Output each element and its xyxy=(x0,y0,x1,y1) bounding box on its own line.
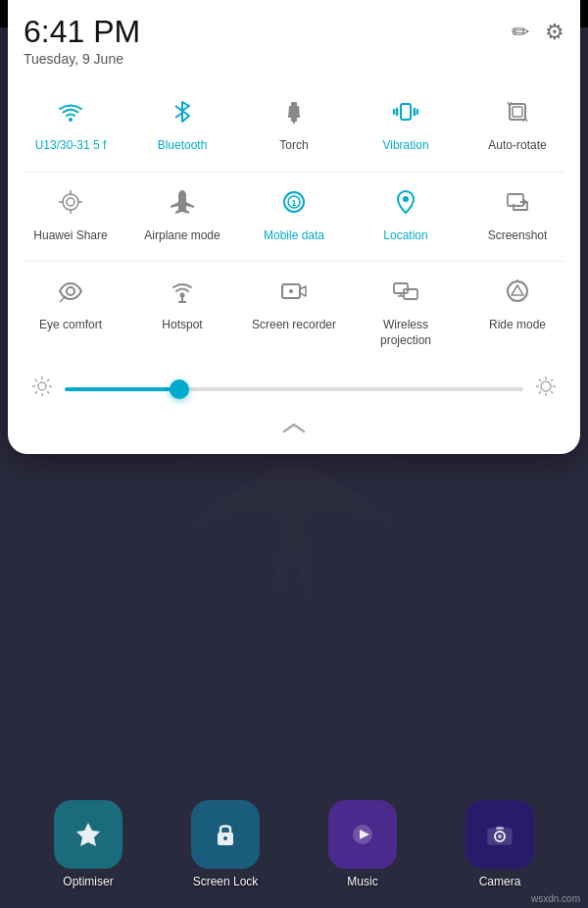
svg-point-18 xyxy=(63,194,78,210)
tile-huawei-share[interactable]: Huawei Share xyxy=(24,177,118,254)
svg-point-19 xyxy=(67,198,74,206)
tiles-row-2: Huawei Share Airplane mode 1 Mobile data xyxy=(24,177,564,254)
edit-button[interactable]: ✏ xyxy=(512,20,529,45)
settings-button[interactable]: ⚙ xyxy=(545,20,564,45)
mobile-data-tile-label: Mobile data xyxy=(264,228,324,244)
tile-ride-mode[interactable]: Ride mode xyxy=(470,266,564,358)
tile-auto-rotate[interactable]: Auto-rotate xyxy=(470,86,564,164)
svg-line-55 xyxy=(539,391,541,393)
svg-point-38 xyxy=(38,382,46,390)
tile-screen-recorder[interactable]: Screen recorder xyxy=(247,266,341,358)
music-icon xyxy=(328,800,397,869)
divider-2 xyxy=(24,261,564,262)
svg-line-46 xyxy=(35,391,37,393)
qs-time: 6:41 PM xyxy=(24,16,140,47)
vibration-tile-icon xyxy=(390,96,421,132)
wireless-projection-tile-label: Wireless projection xyxy=(363,318,449,348)
screen-recorder-tile-label: Screen recorder xyxy=(252,318,336,333)
torch-tile-icon xyxy=(278,96,310,132)
wifi-tile-icon xyxy=(55,96,86,132)
eye-comfort-tile-label: Eye comfort xyxy=(39,318,102,333)
tile-location[interactable]: Location xyxy=(359,177,453,254)
svg-point-36 xyxy=(508,281,527,301)
vibration-tile-label: Vibration xyxy=(382,138,428,154)
qs-header-actions: ✏ ⚙ xyxy=(512,16,564,45)
svg-rect-24 xyxy=(508,194,523,206)
svg-line-44 xyxy=(47,391,49,393)
svg-line-52 xyxy=(539,379,541,381)
app-screen-lock[interactable]: Screen Lock xyxy=(191,800,260,888)
eye-comfort-tile-icon xyxy=(55,276,86,312)
optimiser-label: Optimiser xyxy=(63,875,113,888)
tile-eye-comfort[interactable]: Eye comfort xyxy=(24,266,118,358)
screenshot-tile-icon xyxy=(502,186,533,223)
svg-line-26 xyxy=(60,296,66,302)
brightness-low-icon xyxy=(31,376,53,402)
tiles-row-1: U13/30-31 5 f Bluetooth xyxy=(24,86,564,164)
watermark: wsxdn.com xyxy=(531,893,580,904)
qs-date: Tuesday, 9 June xyxy=(24,51,140,67)
tile-wireless-projection[interactable]: Wireless projection xyxy=(359,266,453,358)
bluetooth-tile-icon xyxy=(167,96,198,132)
svg-rect-32 xyxy=(394,283,408,293)
quick-settings-panel: 6:41 PM Tuesday, 9 June ✏ ⚙ U13/30-31 5 … xyxy=(8,0,580,454)
app-optimiser[interactable]: Optimiser xyxy=(54,800,122,888)
mobile-data-tile-icon: 1 xyxy=(278,186,310,223)
divider-1 xyxy=(24,172,564,173)
svg-line-45 xyxy=(47,379,49,381)
airplane-tile-label: Airplane mode xyxy=(144,228,220,244)
qs-header: 6:41 PM Tuesday, 9 June ✏ ⚙ xyxy=(24,16,564,67)
tiles-row-3: Eye comfort Hotspot xyxy=(24,266,564,358)
svg-point-25 xyxy=(67,287,74,295)
wireless-projection-tile-icon xyxy=(390,276,421,312)
huawei-share-tile-icon xyxy=(55,186,86,223)
svg-rect-8 xyxy=(291,102,297,106)
camera-label: Camera xyxy=(479,875,521,888)
svg-point-31 xyxy=(289,289,293,293)
hotspot-tile-label: Hotspot xyxy=(162,318,202,333)
torch-tile-label: Torch xyxy=(279,138,308,154)
tile-torch[interactable]: Torch xyxy=(247,86,341,164)
brightness-row xyxy=(24,366,564,416)
svg-rect-33 xyxy=(404,289,417,299)
svg-point-27 xyxy=(180,293,185,298)
tile-mobile-data[interactable]: 1 Mobile data xyxy=(247,177,341,254)
location-tile-label: Location xyxy=(383,228,427,244)
svg-rect-6 xyxy=(496,827,504,830)
location-tile-icon xyxy=(390,186,421,223)
tile-hotspot[interactable]: Hotspot xyxy=(135,266,229,358)
ride-mode-tile-icon xyxy=(502,276,533,312)
brightness-slider-thumb[interactable] xyxy=(170,379,189,399)
tile-vibration[interactable]: Vibration xyxy=(359,86,453,164)
huawei-share-tile-label: Huawei Share xyxy=(33,228,107,244)
app-camera[interactable]: Camera xyxy=(466,800,534,888)
tile-screenshot[interactable]: Screenshot xyxy=(470,177,564,254)
svg-rect-17 xyxy=(513,107,522,117)
svg-rect-9 xyxy=(291,118,297,122)
tile-wifi[interactable]: U13/30-31 5 f xyxy=(24,86,118,164)
app-music[interactable]: Music xyxy=(328,800,397,888)
svg-point-23 xyxy=(403,196,409,202)
collapse-handle[interactable] xyxy=(24,416,564,446)
music-label: Music xyxy=(347,875,377,888)
bluetooth-tile-label: Bluetooth xyxy=(158,138,208,154)
ride-mode-tile-label: Ride mode xyxy=(489,318,546,333)
brightness-high-icon xyxy=(535,376,557,402)
svg-point-47 xyxy=(541,381,551,391)
svg-point-7 xyxy=(69,118,73,122)
airplane-tile-icon xyxy=(167,186,198,223)
optimiser-icon xyxy=(54,800,122,869)
svg-line-43 xyxy=(35,379,37,381)
auto-rotate-tile-icon xyxy=(502,96,533,132)
camera-icon xyxy=(466,800,534,869)
svg-line-53 xyxy=(551,391,553,393)
screenshot-tile-label: Screenshot xyxy=(488,228,548,244)
app-grid: Optimiser Screen Lock Music xyxy=(0,800,588,888)
screen-lock-icon xyxy=(191,800,260,869)
svg-rect-11 xyxy=(401,104,411,120)
brightness-slider-track[interactable] xyxy=(65,387,523,391)
hotspot-tile-icon xyxy=(167,276,198,312)
wifi-tile-label: U13/30-31 5 f xyxy=(35,138,107,154)
tile-bluetooth[interactable]: Bluetooth xyxy=(135,86,229,164)
tile-airplane-mode[interactable]: Airplane mode xyxy=(135,177,229,254)
